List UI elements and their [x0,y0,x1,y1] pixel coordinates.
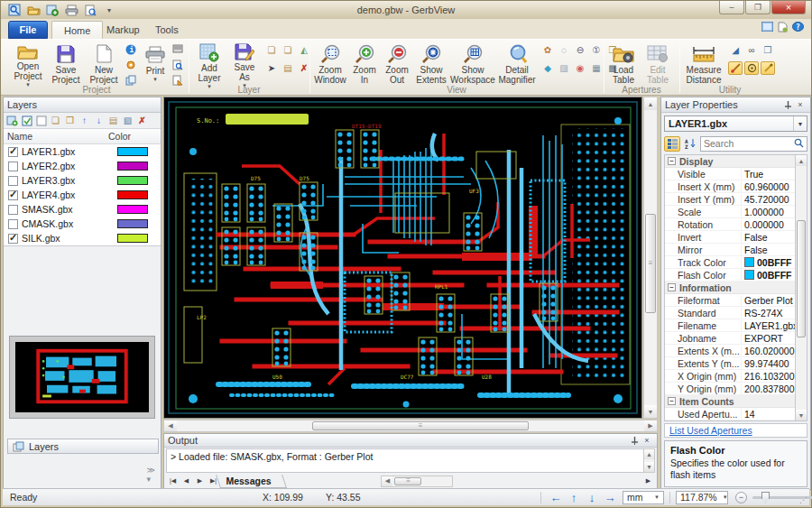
layer-checkbox[interactable] [8,162,18,171]
scroll-right-icon[interactable]: ▶ [641,476,655,487]
pan-left-button[interactable]: ← [547,491,565,504]
layer-paste-icon[interactable]: ▤ [281,61,295,75]
layer-raise-icon[interactable]: ❏ [264,43,279,57]
property-row[interactable]: MirrorFalse [665,244,795,256]
highlight-icon[interactable]: ◉ [573,61,587,75]
column-name[interactable]: Name [4,129,105,143]
project-info-icon[interactable]: i [124,42,138,56]
measure-pen-tool-icon[interactable] [761,61,775,75]
copy-view-icon[interactable]: ❐ [761,43,775,57]
zoom-previous-icon[interactable]: ◌ [557,43,571,57]
property-row-flash-color[interactable]: Flash Color 00BFFF ▼ [665,269,795,282]
property-row[interactable]: VisibleTrue [665,168,795,180]
search-box[interactable] [700,136,807,152]
inspect-icon[interactable]: ∞ [744,43,759,57]
delete-layer-icon[interactable]: ✗ [135,114,149,127]
output-hscrollbar[interactable]: ◀ [381,476,453,487]
layer-color-chip[interactable] [117,219,148,228]
resize-grip[interactable]: ⋰ [799,495,807,504]
save-as-button[interactable]: Save As▾ [228,42,261,85]
qat-overflow-icon[interactable]: ▾ [101,4,117,17]
ruler-icon[interactable]: ◢ [728,43,743,57]
new-project-button[interactable]: New Project [86,42,122,85]
pan-up-button[interactable]: ↑ [565,491,583,504]
property-row[interactable]: Extents X (m...160.020000 [665,345,795,357]
qat-open-icon[interactable] [25,4,42,17]
layer-report-icon[interactable]: ▧ [121,114,134,127]
zoom-window-button[interactable]: Zoom Window [313,42,347,85]
close-icon[interactable]: × [641,435,653,447]
layer-row[interactable]: CMASK.gbx [4,217,161,231]
zoom-out-button[interactable]: Zoom Out [382,42,412,85]
zoom-in-button[interactable]: Zoom In [349,42,380,85]
grid-icon[interactable]: ▦ [589,61,604,75]
property-row[interactable]: Insert X (mm)60.960000 [665,180,795,193]
property-row[interactable]: Scale1.000000 [665,206,795,218]
layer-properties-icon[interactable]: ▤ [106,114,120,127]
property-row[interactable]: Y Origin (mm)200.837800 [665,383,795,395]
layer-select-icon[interactable]: ➤ [264,61,279,75]
pan-down-button[interactable]: ↓ [583,491,601,504]
property-row[interactable]: X Origin (mm)216.103200 [665,370,795,383]
property-row[interactable]: Tracks2261 [665,420,795,421]
add-layer-small-icon[interactable] [5,114,19,127]
overview-thumbnail[interactable] [9,336,155,419]
layer-row[interactable]: LAYER3.gbx [4,173,161,188]
print-batch-icon[interactable] [171,42,185,56]
qat-new-layer-icon[interactable] [44,4,60,17]
layer-color-chip[interactable] [117,205,148,214]
property-row[interactable]: Used Apertu...14 [665,408,795,420]
layer-row[interactable]: LAYER1.gbx [4,144,161,159]
measure-circle-tool-icon[interactable] [744,61,759,75]
pan-icon[interactable]: ✿ [540,43,555,57]
layer-lower-icon[interactable]: ❏ [281,43,295,57]
property-row[interactable]: InvertFalse [665,231,795,244]
layer-row[interactable]: SILK.gbx [4,231,161,245]
column-color[interactable]: Color [105,129,161,143]
move-down-icon[interactable]: ↓ [92,114,106,127]
layer-row[interactable]: LAYER2.gbx [4,159,161,173]
pin-icon[interactable] [628,435,641,447]
layer-checkbox[interactable] [8,219,18,229]
panel-overflow-icon[interactable]: ≫▾ [147,466,155,484]
style-icon[interactable] [761,22,773,34]
print-preview-icon[interactable] [171,58,185,71]
property-row-track-color[interactable]: Track Color 00BFFF [665,256,795,269]
check-all-icon[interactable] [20,114,33,127]
list-used-apertures-link[interactable]: List Used Apertures [669,425,752,436]
layer-row[interactable]: LAYER4.gbx [4,188,161,202]
qat-print-icon[interactable] [63,4,79,17]
layer-color-chip[interactable] [117,234,148,243]
scheme-icon[interactable] [778,22,788,34]
add-layer-button[interactable]: Add Layer▾ [192,42,226,85]
output-log[interactable]: > Loaded file: SMASK.gbx, Format : Gerbe… [166,448,644,473]
uncheck-all-icon[interactable] [34,114,48,127]
layer-select-combo[interactable]: LAYER1.gbx ▼ [664,115,807,132]
layer-checkbox[interactable] [8,190,18,200]
sort-az-icon[interactable]: AZ [682,136,698,152]
measure-distance-button[interactable]: Measure Distance [683,42,724,85]
track-color-chip[interactable] [744,257,754,267]
category-information[interactable]: −Information [665,282,795,294]
close-button[interactable]: × [771,1,806,14]
search-input[interactable] [704,138,794,149]
property-row[interactable]: FileformatGerber Plot [665,294,795,307]
help-icon[interactable]: ? [792,22,804,34]
categorized-view-icon[interactable] [664,136,680,152]
zoom-level-combo[interactable]: 117.87% ▼ [676,491,728,504]
layer-color-chip[interactable] [117,190,148,199]
prev-tab-icon[interactable]: ◀ [180,476,193,487]
property-row[interactable]: Extents Y (m...99.974400 [665,357,795,370]
layer-checkbox[interactable] [8,147,18,157]
maximize-button[interactable]: ❐ [745,1,770,14]
units-combo[interactable]: mm ▼ [623,491,664,504]
property-row[interactable]: FilenameLAYER1.gbx [665,319,795,332]
zoom-out-slider-button[interactable]: − [735,492,747,503]
property-row[interactable]: Rotation0.000000 [665,218,795,231]
canvas-vertical-scrollbar[interactable]: ▲ ▼ [643,97,658,419]
zoom-slider-thumb[interactable] [761,492,770,503]
copy-layer-icon[interactable]: ❏ [49,114,62,127]
pin-icon[interactable] [781,99,794,111]
project-settings-icon[interactable] [124,58,138,71]
canvas-horizontal-scrollbar[interactable]: ◀ ▶ [163,420,658,432]
